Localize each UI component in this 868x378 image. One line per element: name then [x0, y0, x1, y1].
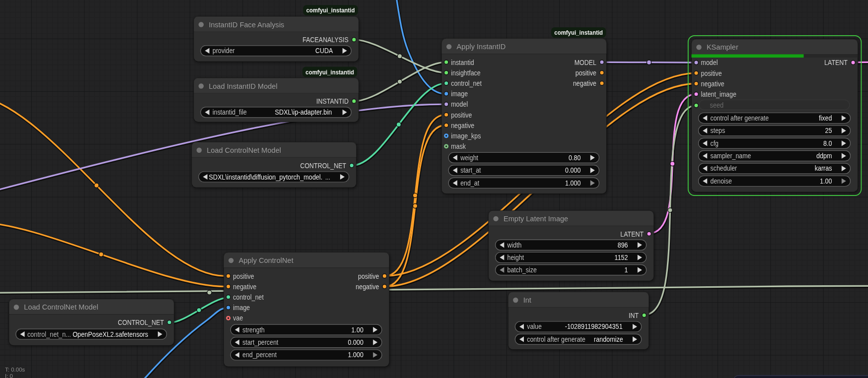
svg-text:value: value: [527, 323, 542, 330]
svg-text:image: image: [233, 304, 250, 312]
svg-text:0.000: 0.000: [565, 166, 580, 174]
svg-text:INSTANTID: INSTANTID: [316, 97, 349, 105]
svg-text:model: model: [451, 100, 468, 108]
svg-text:negative: negative: [701, 80, 724, 88]
svg-text:1.00: 1.00: [352, 326, 363, 334]
svg-text:Empty Latent Image: Empty Latent Image: [504, 214, 568, 223]
svg-text:latent_image: latent_image: [701, 90, 736, 98]
svg-text:KSampler: KSampler: [707, 43, 738, 51]
svg-text:25: 25: [825, 126, 832, 134]
svg-text:fixed: fixed: [819, 114, 832, 122]
svg-text:cfg: cfg: [711, 140, 719, 147]
svg-text:Apply ControlNet: Apply ControlNet: [239, 256, 294, 264]
svg-text:end_at: end_at: [460, 180, 479, 187]
svg-text:insightface: insightface: [451, 69, 481, 77]
svg-text:T: 0.00s: T: 0.00s: [5, 367, 25, 373]
svg-text:mask: mask: [451, 142, 466, 150]
svg-text:end_percent: end_percent: [242, 351, 277, 359]
svg-text:...: ...: [325, 173, 330, 181]
svg-text:CONTROL_NET: CONTROL_NET: [118, 318, 164, 326]
svg-text:batch_size: batch_size: [507, 266, 537, 274]
svg-text:OpenPoseXL2.safetensors: OpenPoseXL2.safetensors: [72, 330, 148, 338]
svg-text:control after generate: control after generate: [527, 336, 585, 343]
svg-text:control_net: control_net: [233, 293, 264, 301]
svg-text:image_kps: image_kps: [451, 132, 481, 140]
svg-text:comfyui_instantid: comfyui_instantid: [305, 68, 354, 76]
svg-text:Apply InstantID: Apply InstantID: [457, 42, 506, 51]
svg-text:start_percent: start_percent: [242, 339, 278, 346]
svg-text:1.00: 1.00: [820, 177, 832, 185]
svg-text:FACEANALYSIS: FACEANALYSIS: [302, 36, 349, 44]
svg-text:negative: negative: [356, 283, 379, 291]
svg-text:Int: Int: [523, 296, 532, 304]
svg-text:1.000: 1.000: [348, 351, 363, 359]
svg-text:comfyui_instantid: comfyui_instantid: [554, 29, 603, 36]
svg-text:karras: karras: [815, 164, 832, 172]
svg-text:instantid: instantid: [451, 59, 474, 66]
svg-text:positive: positive: [701, 69, 722, 77]
svg-text:width: width: [507, 242, 522, 249]
svg-text:model: model: [701, 59, 718, 66]
svg-text:seed: seed: [710, 101, 724, 109]
svg-text:image: image: [451, 90, 468, 98]
svg-text:randomize: randomize: [594, 335, 623, 343]
svg-text:-1028911982904351: -1028911982904351: [565, 322, 623, 330]
svg-text:0.000: 0.000: [348, 338, 363, 346]
svg-text:ddpm: ddpm: [816, 152, 832, 160]
svg-text:height: height: [507, 254, 524, 261]
svg-text:CONTROL_NET: CONTROL_NET: [300, 162, 346, 170]
svg-text:negative: negative: [573, 79, 596, 87]
svg-text:1152: 1152: [615, 253, 628, 261]
svg-text:SDXL\instantid\diffusion_pytor: SDXL\instantid\diffusion_pytorch_model.: [209, 173, 323, 181]
svg-text:provider: provider: [213, 47, 235, 55]
svg-text:positive: positive: [576, 69, 596, 77]
svg-text:control_net: control_net: [451, 79, 482, 87]
svg-text:positive: positive: [233, 272, 254, 280]
svg-text:1.000: 1.000: [565, 179, 580, 187]
svg-text:start_at: start_at: [460, 167, 481, 174]
svg-text:Load InstantID Model: Load InstantID Model: [209, 82, 277, 90]
svg-text:LATENT: LATENT: [620, 230, 644, 238]
svg-text:negative: negative: [451, 122, 474, 129]
svg-text:Load ControlNet Model: Load ControlNet Model: [24, 303, 98, 311]
svg-text:denoise: denoise: [711, 178, 732, 185]
svg-text:sampler_name: sampler_name: [711, 152, 751, 160]
svg-text:strength: strength: [242, 326, 265, 334]
svg-text:comfyui_instantid: comfyui_instantid: [306, 6, 355, 14]
svg-text:instantid_file: instantid_file: [213, 109, 247, 116]
svg-text:positive: positive: [451, 111, 472, 119]
svg-text:control_net_n...: control_net_n...: [27, 331, 71, 338]
svg-text:positive: positive: [358, 272, 379, 280]
svg-text:control after generate: control after generate: [711, 115, 769, 122]
svg-text:weight: weight: [460, 154, 478, 162]
svg-text:SDXL\ip-adapter.bin: SDXL\ip-adapter.bin: [275, 108, 332, 116]
svg-text:negative: negative: [233, 283, 256, 291]
svg-text:LATENT: LATENT: [824, 59, 848, 66]
svg-text:CUDA: CUDA: [315, 47, 333, 55]
svg-text:896: 896: [618, 241, 628, 249]
svg-text:MODEL: MODEL: [575, 59, 596, 66]
svg-text:vae: vae: [233, 314, 243, 322]
svg-text:Load ControlNet Model: Load ControlNet Model: [207, 146, 281, 154]
svg-text:1: 1: [625, 266, 628, 274]
svg-text:InstantID Face Analysis: InstantID Face Analysis: [209, 20, 284, 29]
svg-text:I: 0: I: 0: [5, 373, 13, 378]
svg-text:0.80: 0.80: [569, 154, 580, 162]
svg-text:steps: steps: [711, 127, 725, 134]
svg-text:scheduler: scheduler: [711, 165, 737, 172]
svg-text:8.0: 8.0: [823, 139, 832, 147]
svg-text:INT: INT: [629, 312, 639, 319]
